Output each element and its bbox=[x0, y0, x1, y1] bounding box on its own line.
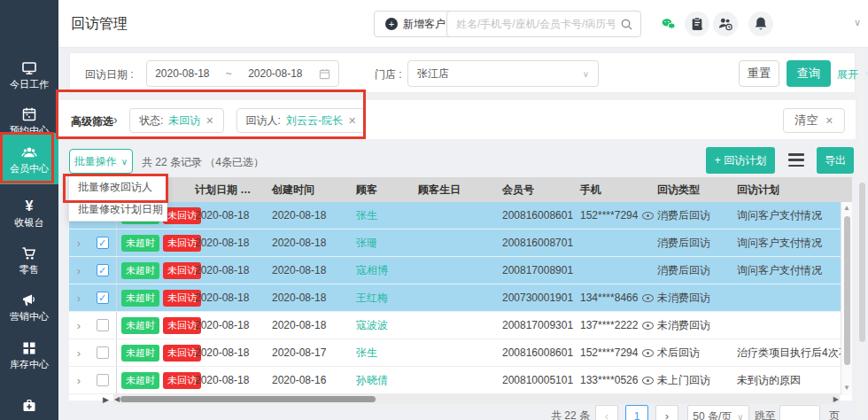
sidebar-item-medical[interactable] bbox=[0, 383, 58, 420]
customer-link[interactable]: 张珊 bbox=[356, 237, 377, 249]
row-checkbox[interactable]: ✓ bbox=[97, 264, 109, 276]
wechat-icon[interactable] bbox=[656, 12, 681, 36]
scrollbar-thumb[interactable] bbox=[859, 183, 865, 342]
export-button[interactable]: 导出 bbox=[817, 147, 854, 174]
scrollbar-thumb[interactable] bbox=[120, 396, 376, 402]
table-horizontal-scrollbar[interactable]: ◀ ▶ bbox=[113, 394, 840, 404]
query-button[interactable]: 查询 bbox=[787, 60, 831, 87]
records-count: 共 22 条记录 （4条已选） bbox=[142, 155, 264, 170]
clear-filters-button[interactable]: 清空 ✕ bbox=[783, 108, 845, 133]
row-checkbox-cell bbox=[89, 312, 117, 338]
topbar-collapse-chevron-icon[interactable]: ∨ bbox=[854, 17, 861, 28]
customer-cell: 王红梅 bbox=[356, 291, 418, 306]
plan-date-cell: 2020-08-18 bbox=[195, 264, 272, 276]
customer-link[interactable]: 寇波波 bbox=[356, 319, 388, 331]
eye-icon[interactable] bbox=[642, 349, 654, 357]
scrollbar-thumb[interactable] bbox=[844, 216, 850, 365]
scroll-left-icon[interactable]: ◀ bbox=[114, 394, 120, 404]
page-vertical-scrollbar[interactable] bbox=[858, 50, 866, 418]
customer-cell: 寇相博 bbox=[356, 263, 418, 278]
member-no-cell: 200817008901 bbox=[502, 264, 580, 276]
row-status-cell: 未超时未回访 bbox=[117, 317, 195, 334]
add-visit-plan-button[interactable]: + 回访计划 bbox=[706, 147, 775, 174]
jump-input-field[interactable] bbox=[782, 410, 818, 420]
scroll-up-icon[interactable]: ▲ bbox=[841, 204, 852, 212]
eye-icon[interactable] bbox=[642, 377, 654, 385]
search-icon[interactable] bbox=[620, 18, 633, 31]
customer-link[interactable]: 寇相博 bbox=[356, 264, 388, 276]
plan-date-cell: 2020-08-18 bbox=[195, 319, 272, 331]
customer-link[interactable]: 王红梅 bbox=[356, 292, 388, 304]
batch-operation-button[interactable]: 批量操作∨ bbox=[69, 149, 133, 174]
customers-clock-icon[interactable] bbox=[713, 12, 738, 36]
sidebar-item-marketing-center[interactable]: 营销中心 bbox=[0, 284, 58, 330]
sidebar-item-today-work[interactable]: 今日工作 bbox=[0, 51, 58, 97]
row-checkbox[interactable] bbox=[97, 319, 109, 331]
sidebar-item-label: 今日工作 bbox=[10, 80, 49, 89]
megaphone-icon bbox=[20, 292, 38, 308]
visit-table: 计划日期 …创建时间顾客顾客生日会员号手机回访类型回访计划 ›✓未超时未回访20… bbox=[69, 177, 852, 401]
dropdown-item-batch-edit-plan-date[interactable]: 批量修改计划日期 bbox=[69, 198, 167, 221]
chip-close-icon[interactable]: ✕ bbox=[348, 115, 356, 127]
row-checkbox[interactable] bbox=[97, 346, 109, 359]
jump-page-input[interactable] bbox=[779, 405, 820, 420]
grid-icon bbox=[20, 340, 38, 356]
phone-cell: 134****8466 bbox=[580, 292, 657, 304]
row-expand-icon[interactable]: › bbox=[77, 346, 81, 360]
search-input[interactable] bbox=[447, 18, 620, 30]
customer-link[interactable]: 张生 bbox=[356, 346, 377, 359]
store-value: 张江店 bbox=[417, 66, 449, 82]
row-checkbox[interactable]: ✓ bbox=[97, 292, 109, 304]
reset-button[interactable]: 重置 bbox=[739, 60, 779, 87]
pagination-prev-button[interactable]: ‹ bbox=[595, 405, 618, 420]
store-select[interactable]: 张江店 ∨ bbox=[407, 60, 599, 87]
column-settings-icon[interactable] bbox=[788, 153, 804, 167]
bell-icon[interactable] bbox=[748, 12, 773, 36]
row-expand-icon[interactable]: › bbox=[77, 264, 81, 277]
sidebar-item-member-center[interactable]: 会员中心 bbox=[0, 133, 58, 184]
scroll-right-icon[interactable]: ▶ bbox=[833, 394, 839, 404]
header-customer: 顾客 bbox=[356, 183, 418, 198]
visit-plan-cell: 询问客户支付情况 bbox=[737, 236, 852, 251]
row-expand-icon[interactable]: › bbox=[77, 237, 81, 250]
visit-plan-cell: 询问客户支付情况 bbox=[737, 263, 852, 278]
member-no-cell: 200810005101 bbox=[502, 374, 580, 386]
sidebar-item-inventory-center[interactable]: 库存中心 bbox=[0, 331, 58, 377]
customer-link[interactable]: 张生 bbox=[356, 209, 377, 222]
customer-link[interactable]: 孙晓倩 bbox=[356, 374, 388, 386]
sidebar-item-cashier[interactable]: ¥收银台 bbox=[0, 190, 58, 236]
eye-icon[interactable] bbox=[642, 212, 654, 220]
visit-type-cell: 消费后回访 bbox=[657, 263, 737, 278]
plan-date-cell: 2020-08-18 bbox=[195, 346, 272, 359]
add-customer-button[interactable]: + 新增客户 bbox=[374, 11, 457, 37]
row-expand-icon[interactable]: › bbox=[77, 292, 81, 305]
page-size-select[interactable]: 50 条/页∨ bbox=[687, 405, 749, 420]
plus-icon: + bbox=[385, 18, 398, 30]
row-expand-icon[interactable]: › bbox=[77, 374, 81, 387]
row-checkbox-cell bbox=[89, 339, 117, 366]
chip-close-icon[interactable]: ✕ bbox=[205, 115, 213, 127]
sidebar-item-retail[interactable]: 零售 bbox=[0, 237, 58, 283]
table-row: ›✓未超时未回访2020-08-182020-08-18张珊2008160087… bbox=[69, 229, 852, 257]
row-status-cell: 未超时未回访 bbox=[117, 372, 195, 389]
chip-value: 刘云云-院长 bbox=[286, 113, 343, 128]
created-cell: 2020-08-16 bbox=[272, 374, 356, 386]
pagination-next-button[interactable]: › bbox=[655, 405, 678, 420]
row-expand-icon[interactable]: › bbox=[77, 319, 81, 332]
advanced-filter-arrow-icon[interactable]: › bbox=[113, 113, 118, 127]
pagination-current-page[interactable]: 1 bbox=[625, 405, 648, 420]
fixed-column-arrow-icon[interactable]: ▶ bbox=[103, 395, 109, 404]
table-vertical-scrollbar[interactable]: ▲ ▼ bbox=[841, 202, 852, 395]
eye-icon[interactable] bbox=[642, 322, 654, 330]
batch-operation-dropdown: 批量修改回访人批量修改计划日期 bbox=[68, 175, 167, 222]
scroll-down-icon[interactable]: ▼ bbox=[841, 384, 852, 392]
dropdown-item-batch-edit-visitor[interactable]: 批量修改回访人 bbox=[69, 176, 167, 198]
jump-label: 跳至 bbox=[755, 408, 776, 420]
row-checkbox[interactable] bbox=[97, 374, 109, 386]
plan-date-cell: 2020-08-18 bbox=[195, 209, 272, 222]
visit-date-range-picker[interactable]: 2020-08-18 ~ 2020-08-18 bbox=[146, 60, 339, 87]
row-checkbox[interactable]: ✓ bbox=[97, 237, 109, 249]
row-checkbox-cell: ✓ bbox=[89, 257, 117, 284]
clipboard-phone-icon[interactable] bbox=[685, 12, 709, 36]
eye-icon[interactable] bbox=[642, 294, 654, 302]
